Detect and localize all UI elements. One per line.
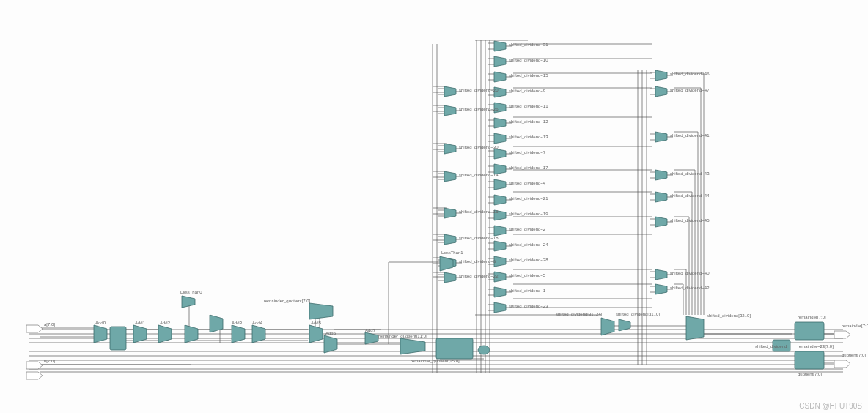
bottom-datapath: [94, 296, 824, 369]
mux-gate: [655, 170, 667, 180]
col3-gates: [650, 70, 673, 294]
wire-net: [29, 40, 843, 373]
mux-gate: [494, 103, 506, 113]
mux-gate: [655, 284, 667, 294]
big-mux-32: [686, 316, 704, 340]
add4-mux: [252, 325, 265, 343]
mux-gate: [494, 226, 506, 236]
rem-quot-70-mux: [309, 303, 333, 319]
mux-gate: [655, 70, 667, 81]
svg-root: [0, 0, 868, 413]
lessthan0-gate: [182, 296, 195, 308]
mux-gate: [494, 210, 506, 220]
mux-gate: [444, 86, 456, 97]
mux-gate: [494, 272, 506, 282]
add5-mux: [309, 325, 323, 343]
mux-gate: [444, 171, 456, 182]
rem-quot-110-mux: [400, 338, 425, 354]
mux-bl4: [185, 325, 198, 343]
rem-quot-150-block: [436, 338, 473, 359]
mux-gate: [655, 217, 667, 227]
mux-gate: [494, 287, 506, 297]
mux-gate: [444, 272, 456, 283]
watermark-text: CSDN @HFUT90S: [799, 402, 862, 410]
mux-gate: [494, 195, 506, 205]
mux-gate: [444, 234, 456, 245]
shifted-dividend-reg: [773, 340, 790, 351]
mux-gate: [655, 132, 667, 142]
col1-gates: [438, 86, 462, 283]
mux-gate: [494, 133, 506, 144]
mux-gate: [494, 241, 506, 251]
mux-bl1: [94, 325, 107, 343]
add0-block: [110, 327, 126, 350]
col2-gates: [488, 41, 512, 313]
add7-mux: [365, 332, 378, 344]
mux-gate: [494, 149, 506, 159]
mux-gate: [494, 72, 506, 82]
mux-gate: [494, 118, 506, 128]
mux-gate: [444, 208, 456, 218]
shifted-div-mux-a: [601, 318, 614, 335]
lessthan1-gate: [440, 256, 453, 271]
mux-gate: [494, 256, 506, 267]
mux-gate: [444, 144, 456, 154]
mux-bl2: [133, 325, 147, 343]
mux-gate: [655, 86, 667, 97]
mux-gate: [494, 87, 506, 97]
mux-bl3: [158, 325, 172, 343]
quotient-out-block: [795, 351, 824, 369]
mux-gate: [494, 56, 506, 67]
mux-gate: [655, 192, 667, 202]
mux-gate: [655, 269, 667, 280]
mux-gate: [494, 179, 506, 190]
input-port-a: [26, 325, 43, 332]
remainder-out-block: [795, 322, 824, 340]
mux-gate: [494, 41, 506, 51]
shifted-div-gate-b: [619, 319, 630, 331]
lessthan1-small: [478, 346, 490, 354]
input-port-b2: [26, 372, 43, 379]
mux-bl5: [210, 315, 223, 332]
mux-gate: [494, 302, 506, 313]
output-port-quot: [834, 360, 850, 368]
mux-gate: [494, 164, 506, 174]
output-port-rem: [834, 331, 850, 338]
input-port-b: [26, 362, 43, 369]
add3-mux: [232, 325, 245, 343]
add6-mux: [324, 335, 337, 353]
mux-gate: [444, 105, 456, 116]
schematic-canvas: [0, 0, 868, 413]
